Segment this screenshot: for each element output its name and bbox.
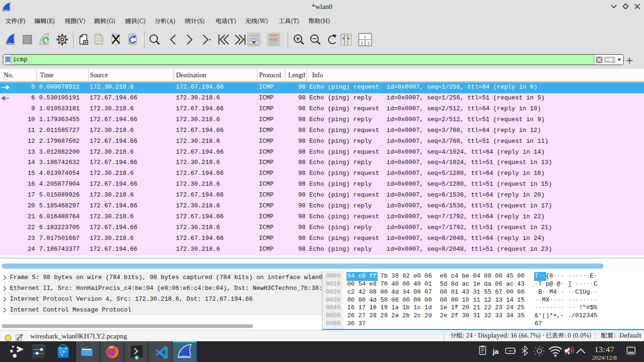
svg-text:2: 2 xyxy=(361,41,363,45)
svg-text:3: 3 xyxy=(367,41,370,45)
svg-text:0111: 0111 xyxy=(96,42,102,45)
svg-text:ja: ja xyxy=(492,347,499,355)
svg-text:1: 1 xyxy=(364,34,366,39)
